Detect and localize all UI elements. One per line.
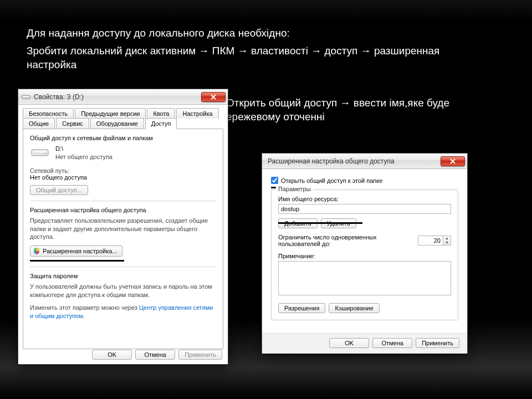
- note-textarea[interactable]: [278, 261, 451, 295]
- parameters-group-title: Параметры: [276, 186, 313, 192]
- shield-icon: [33, 247, 40, 255]
- tab-quota[interactable]: Квота: [147, 108, 175, 119]
- svg-rect-1: [23, 96, 29, 97]
- advanced-sharing-button[interactable]: Расширенная настройка...: [30, 245, 122, 257]
- user-limit-input[interactable]: [418, 236, 443, 245]
- tab-sharing[interactable]: Доступ: [145, 118, 177, 129]
- advanced-section-title: Расширенная настройка общего доступа: [30, 207, 216, 213]
- svg-point-5: [45, 153, 46, 154]
- apply-button[interactable]: Применить: [178, 350, 222, 360]
- advanced-sharing-button-label: Расширенная настройка...: [43, 248, 117, 254]
- tab-tools[interactable]: Сервис: [56, 118, 89, 129]
- svg-rect-4: [33, 151, 47, 152]
- tab-previous-versions[interactable]: Предыдущие версии: [75, 108, 146, 119]
- close-button[interactable]: [201, 92, 226, 102]
- dialog-button-row: OK Отмена Применить: [262, 333, 467, 354]
- tab-general[interactable]: Общие: [23, 118, 55, 129]
- slide-caption-1: Для надання доступу до локального диска …: [27, 27, 415, 40]
- svg-rect-3: [32, 150, 48, 156]
- network-path-label: Сетевой путь:: [30, 167, 216, 174]
- permissions-button[interactable]: Разрешения: [278, 303, 325, 313]
- tab-hardware[interactable]: Оборудование: [90, 118, 144, 129]
- annotation-underline-1: [30, 260, 124, 262]
- annotation-underline-3: [278, 222, 362, 224]
- password-description-2: Изменить этот параметр можно через Центр…: [30, 304, 216, 320]
- dialog-title: Расширенная настройка общего доступа: [265, 157, 441, 165]
- slide-caption-2: Зробити локальний диск активним → ПКМ → …: [27, 44, 470, 71]
- parameters-group: Параметры Имя общего ресурса: Добавить У…: [271, 190, 458, 320]
- properties-dialog: Свойства: З (D:) Безопасность Предыдущие…: [18, 89, 228, 365]
- user-limit-spinner[interactable]: ▲ ▼: [418, 236, 451, 245]
- tab-customize[interactable]: Настройка: [176, 108, 218, 119]
- network-path-value: Нет общего доступа: [30, 174, 216, 181]
- note-label: Примечание:: [278, 253, 451, 259]
- share-folder-checkbox-label: Открыть общий доступ к этой папке: [281, 177, 382, 184]
- share-folder-checkbox-row[interactable]: Открыть общий доступ к этой папке: [271, 177, 458, 184]
- drive-path: D:\: [55, 145, 112, 153]
- svg-point-2: [28, 97, 29, 98]
- spinner-down-icon[interactable]: ▼: [443, 241, 451, 245]
- share-button[interactable]: Общий доступ...: [30, 185, 88, 195]
- titlebar: Свойства: З (D:): [18, 89, 228, 105]
- dialog-title: Свойства: З (D:): [34, 93, 201, 101]
- ok-button[interactable]: OK: [329, 338, 369, 348]
- password-description-1: У пользователей должны быть учетная запи…: [30, 283, 216, 299]
- cancel-button[interactable]: Отмена: [135, 350, 175, 360]
- advanced-sharing-dialog: Расширенная настройка общего доступа Отк…: [262, 153, 468, 354]
- slide-caption-3: Открить общий доступ → ввести імя,яке бу…: [226, 96, 470, 124]
- tab-security[interactable]: Безопасность: [23, 108, 74, 119]
- tab-panel-sharing: Общий доступ к сетевым файлам и папкам D…: [23, 129, 223, 349]
- cancel-button[interactable]: Отмена: [372, 338, 412, 348]
- share-name-label: Имя общего ресурса:: [278, 196, 451, 202]
- user-limit-label: Ограничить число одновременных пользоват…: [278, 234, 389, 247]
- share-name-input[interactable]: [278, 204, 451, 214]
- drive-icon: [22, 93, 30, 101]
- tab-row-1: Безопасность Предыдущие версии Квота Нас…: [18, 105, 228, 118]
- titlebar: Расширенная настройка общего доступа: [262, 154, 467, 169]
- spinner-up-icon[interactable]: ▲: [443, 236, 451, 241]
- apply-button[interactable]: Применить: [416, 338, 459, 348]
- close-button[interactable]: [441, 156, 465, 166]
- dialog-button-row: OK Отмена Применить: [92, 350, 222, 360]
- advanced-section-description: Предоставляет пользовательские разрешени…: [30, 217, 216, 242]
- share-folder-checkbox[interactable]: [271, 177, 278, 184]
- caching-button[interactable]: Кэширование: [329, 303, 379, 313]
- drive-share-status: Нет общего доступа: [55, 153, 112, 161]
- share-section-title: Общий доступ к сетевым файлам и папкам: [30, 135, 216, 141]
- spinner-arrows[interactable]: ▲ ▼: [443, 236, 451, 245]
- tab-row-2: Общие Сервис Оборудование Доступ: [18, 118, 228, 129]
- password-section-title: Защита паролем: [30, 273, 216, 279]
- drive-icon-large: [30, 145, 50, 160]
- ok-button[interactable]: OK: [92, 350, 132, 360]
